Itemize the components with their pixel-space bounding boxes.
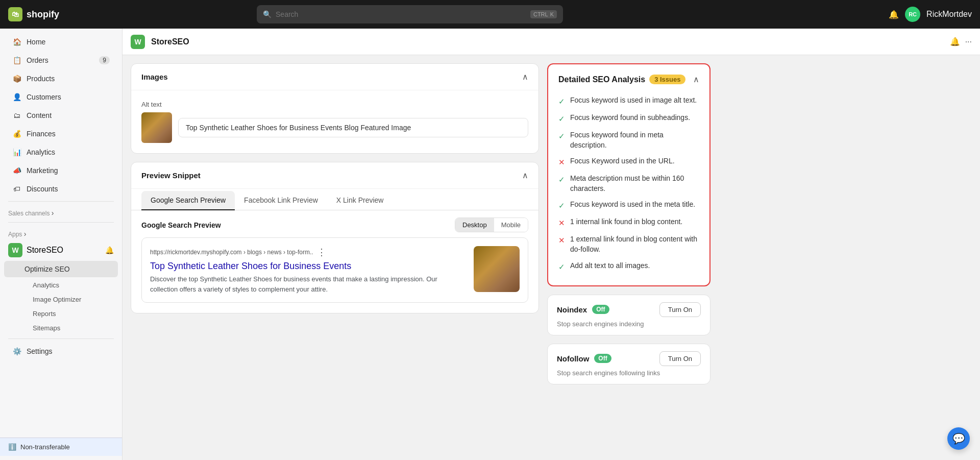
- preview-more-btn[interactable]: ⋮: [315, 246, 328, 258]
- tab-google-search[interactable]: Google Search Preview: [141, 191, 235, 210]
- info-icon: ℹ️: [8, 443, 16, 451]
- images-card-body: Alt text: [131, 90, 538, 153]
- sidebar-item-orders[interactable]: 📋 Orders 9: [4, 52, 118, 69]
- sidebar-item-settings[interactable]: ⚙️ Settings: [4, 343, 118, 360]
- images-card: Images ∧ Alt text: [131, 63, 539, 154]
- x-icon: ✕: [558, 157, 565, 167]
- seo-item-text: 1 internal link found in blog content.: [570, 217, 682, 227]
- nofollow-status: Off: [594, 354, 611, 363]
- orders-badge: 9: [99, 56, 110, 64]
- discounts-icon: 🏷: [12, 184, 21, 193]
- tab-facebook[interactable]: Facebook Link Preview: [235, 191, 327, 210]
- noindex-card: Noindex Off Turn On Stop search engines …: [547, 295, 710, 335]
- seo-analysis-title: Detailed SEO Analysis: [558, 75, 645, 84]
- seo-item-text: Meta description must be within 160 char…: [570, 174, 699, 193]
- nofollow-turn-on-btn[interactable]: Turn On: [659, 351, 701, 366]
- search-bar[interactable]: 🔍 CTRL K: [257, 5, 563, 23]
- page-top-bar-title: StoreSEO: [151, 37, 189, 46]
- preview-snippet-collapse-btn[interactable]: ∧: [522, 171, 528, 180]
- divider-2: [8, 222, 114, 223]
- check-icon: ✓: [558, 131, 565, 141]
- home-icon: 🏠: [12, 37, 21, 46]
- bell-icon[interactable]: 🔔: [889, 10, 899, 19]
- x-icon: ✕: [558, 235, 565, 246]
- seo-analysis-header: Detailed SEO Analysis 3 Issues ∧: [558, 75, 699, 84]
- check-icon: ✓: [558, 113, 565, 124]
- sidebar-item-analytics[interactable]: 📊 Analytics: [4, 143, 118, 161]
- analytics-icon: 📊: [12, 148, 21, 157]
- preview-text: https://rickmortdev.myshopify.com › blog…: [150, 246, 465, 294]
- preview-title[interactable]: Top Synthetic Leather Shoes for Business…: [150, 260, 465, 272]
- sidebar-sub-analytics[interactable]: Analytics: [27, 278, 118, 292]
- shoe-thumbnail: [141, 112, 172, 143]
- avatar[interactable]: RC: [905, 7, 920, 22]
- main-panel: Images ∧ Alt text: [131, 63, 539, 452]
- right-panel: Detailed SEO Analysis 3 Issues ∧ ✓Focus …: [547, 63, 710, 452]
- alt-text-label: Alt text: [141, 101, 528, 108]
- sidebar-sub-items: Analytics Image Optimizer Reports Sitema…: [0, 278, 122, 335]
- mobile-btn[interactable]: Mobile: [494, 218, 528, 232]
- images-collapse-btn[interactable]: ∧: [522, 72, 528, 82]
- seo-item: ✓Add alt text to all images.: [558, 258, 699, 275]
- username: RickMortdev: [926, 10, 972, 19]
- alt-text-section: Alt text: [141, 101, 528, 143]
- divider-1: [8, 201, 114, 202]
- store-seo-logo: W: [8, 243, 22, 257]
- topbar-more-icon[interactable]: ···: [965, 37, 972, 46]
- check-icon: ✓: [558, 96, 565, 107]
- seo-item: ✓Focus keyword is used in the meta title…: [558, 197, 699, 214]
- orders-icon: 📋: [12, 56, 21, 65]
- tab-x-link[interactable]: X Link Preview: [327, 191, 393, 210]
- preview-shoe-image: [474, 246, 520, 292]
- seo-item: ✓Focus keyword found in meta description…: [558, 127, 699, 153]
- seo-item: ✕1 external link found in blog content w…: [558, 231, 699, 257]
- issues-badge: 3 Issues: [649, 75, 685, 84]
- preview-snippet-title: Preview Snippet: [141, 171, 201, 180]
- noindex-status: Off: [592, 305, 609, 314]
- alt-text-input[interactable]: [178, 118, 528, 137]
- seo-analysis-card: Detailed SEO Analysis 3 Issues ∧ ✓Focus …: [547, 63, 710, 286]
- topbar-right: 🔔 RC RickMortdev: [889, 7, 972, 22]
- seo-item-text: Focus keyword found in subheadings.: [570, 113, 690, 123]
- seo-item: ✕Focus Keyword used in the URL.: [558, 153, 699, 171]
- preview-snippet-card: Preview Snippet ∧ Google Search Preview …: [131, 162, 539, 313]
- x-icon: ✕: [558, 217, 565, 228]
- store-seo-label: StoreSEO: [27, 246, 63, 255]
- desktop-btn[interactable]: Desktop: [455, 218, 494, 232]
- topbar-bell-icon[interactable]: 🔔: [950, 37, 960, 46]
- noindex-row: Noindex Off Turn On: [557, 302, 701, 317]
- sidebar-item-finances[interactable]: 💰 Finances: [4, 125, 118, 142]
- main-layout: 🏠 Home 📋 Orders 9 📦 Products 👤 Customers…: [0, 29, 980, 460]
- sidebar-item-marketing[interactable]: 📣 Marketing: [4, 162, 118, 179]
- seo-analysis-collapse-btn[interactable]: ∧: [693, 75, 699, 84]
- sidebar-item-optimize-seo[interactable]: Optimize SEO: [4, 261, 118, 277]
- chat-bubble[interactable]: 💬: [947, 427, 970, 450]
- sidebar-item-discounts[interactable]: 🏷 Discounts: [4, 180, 118, 198]
- sidebar-item-content[interactable]: 🗂 Content: [4, 107, 118, 124]
- seo-item-text: 1 external link found in blog content wi…: [570, 234, 699, 254]
- page-store-seo-logo: W: [131, 35, 145, 49]
- nofollow-description: Stop search engines following links: [557, 369, 701, 377]
- optimize-seo-label: Optimize SEO: [24, 265, 70, 273]
- images-card-header: Images ∧: [131, 64, 538, 90]
- sidebar-sub-sitemaps[interactable]: Sitemaps: [27, 321, 118, 335]
- store-seo-app-item[interactable]: W StoreSEO 🔔: [0, 240, 122, 260]
- sidebar: 🏠 Home 📋 Orders 9 📦 Products 👤 Customers…: [0, 29, 122, 460]
- preview-header: Google Search Preview Desktop Mobile: [131, 210, 538, 237]
- store-seo-bell-icon[interactable]: 🔔: [105, 246, 114, 254]
- sidebar-sub-reports[interactable]: Reports: [27, 307, 118, 321]
- search-input[interactable]: [276, 10, 526, 18]
- preview-snippet-header: Preview Snippet ∧: [131, 162, 538, 189]
- shopify-wordmark: shopify: [27, 9, 59, 20]
- seo-item-text: Focus Keyword used in the URL.: [570, 156, 675, 166]
- seo-item: ✕1 internal link found in blog content.: [558, 214, 699, 231]
- sidebar-item-home[interactable]: 🏠 Home: [4, 33, 118, 51]
- sidebar-item-customers[interactable]: 👤 Customers: [4, 88, 118, 106]
- noindex-turn-on-btn[interactable]: Turn On: [659, 302, 701, 317]
- content-icon: 🗂: [12, 111, 21, 120]
- nofollow-label: Nofollow: [557, 354, 589, 363]
- marketing-icon: 📣: [12, 166, 21, 175]
- sidebar-item-products[interactable]: 📦 Products: [4, 70, 118, 87]
- check-icon: ✓: [558, 174, 565, 185]
- sidebar-sub-image-optimizer[interactable]: Image Optimizer: [27, 293, 118, 306]
